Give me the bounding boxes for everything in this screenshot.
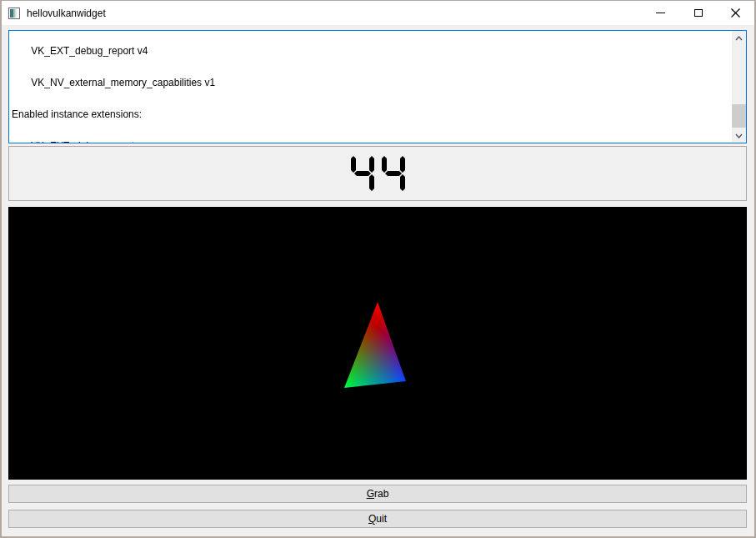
minimize-button[interactable]	[642, 1, 679, 25]
log-text: VK_EXT_debug_report v4 VK_NV_external_me…	[9, 30, 732, 143]
scroll-up-button[interactable]	[732, 31, 746, 45]
grab-button[interactable]: Grab	[8, 485, 747, 503]
log-line: VK_EXT_debug_report	[12, 141, 732, 143]
scroll-down-button[interactable]	[732, 128, 746, 143]
maximize-button[interactable]	[679, 1, 717, 25]
minimize-icon	[656, 13, 665, 13]
scroll-down-icon	[735, 133, 743, 138]
log-line: VK_NV_external_memory_capabilities v1	[12, 78, 732, 88]
quit-button-label: uit	[376, 513, 387, 525]
lcd-frame-counter	[8, 146, 747, 201]
window-controls	[642, 1, 754, 25]
app-icon	[8, 7, 21, 20]
log-scrollbar[interactable]	[732, 31, 746, 143]
log-output[interactable]: VK_EXT_debug_report v4 VK_NV_external_me…	[8, 30, 747, 143]
scrollbar-thumb[interactable]	[732, 104, 746, 128]
scroll-up-icon	[735, 36, 743, 41]
close-button[interactable]	[717, 1, 754, 25]
app-window: hellovulkanwidget VK_EXT_debug_report v4	[0, 0, 756, 538]
rgb-triangle	[8, 207, 747, 480]
client-area: VK_EXT_debug_report v4 VK_NV_external_me…	[2, 25, 754, 536]
grab-button-label: rab	[374, 488, 388, 500]
maximize-icon	[694, 9, 703, 17]
grab-button-mnemonic: G	[367, 488, 374, 500]
log-line: Enabled instance extensions:	[12, 109, 732, 120]
quit-button-mnemonic: Q	[368, 513, 376, 525]
log-line: VK_EXT_debug_report v4	[12, 46, 732, 57]
titlebar[interactable]: hellovulkanwidget	[2, 1, 754, 25]
lcd-digits	[351, 153, 405, 194]
quit-button[interactable]: Quit	[8, 510, 747, 528]
window-title: hellovulkanwidget	[27, 8, 106, 19]
vulkan-viewport[interactable]	[8, 207, 747, 480]
close-icon	[731, 8, 740, 18]
